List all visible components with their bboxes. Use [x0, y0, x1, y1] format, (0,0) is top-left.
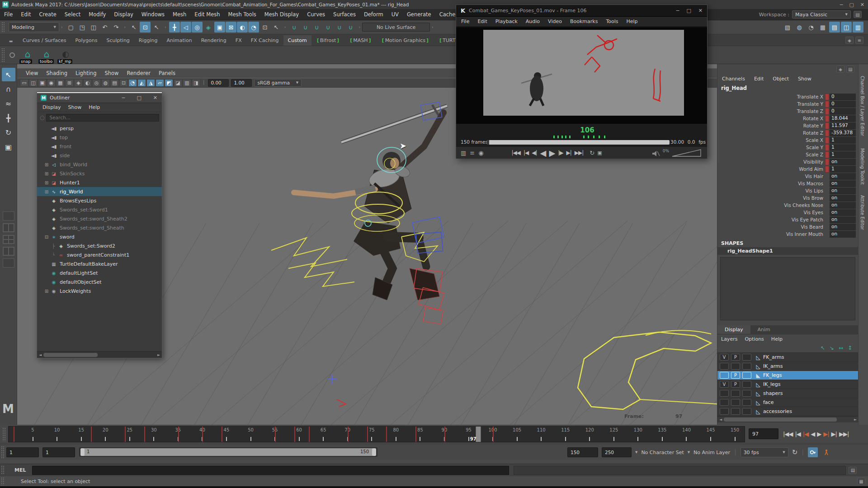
channel-value-field[interactable]: 11.597: [830, 122, 856, 129]
viewport-toolbar-icon-10[interactable]: ▤: [110, 79, 119, 87]
go-to-end-button[interactable]: ▶▶|: [839, 431, 849, 437]
menu-item-mesh[interactable]: Mesh: [169, 11, 190, 18]
menu-item-deform[interactable]: Deform: [360, 11, 387, 18]
auto-keyframe-toggle-icon[interactable]: [808, 447, 818, 457]
channel-value-field[interactable]: on: [830, 159, 856, 165]
menu-item-surfaces[interactable]: Surfaces: [329, 11, 360, 18]
outliner-item-swords-set-sword1[interactable]: ◈Swords_set:Sword1: [37, 205, 162, 214]
shelf-tab-polygons[interactable]: Polygons: [71, 35, 102, 46]
snap-to-grid-icon[interactable]: ╋: [169, 22, 180, 33]
empty-layer-icon[interactable]: ↔: [839, 345, 843, 351]
snap-help-icon[interactable]: ◔: [248, 22, 259, 33]
layer-visibility-toggle[interactable]: V: [720, 381, 729, 388]
layout-outliner-persp-button[interactable]: [3, 247, 14, 256]
range-slider-bar-inner[interactable]: 1 150: [80, 448, 376, 456]
menu-item-modify[interactable]: Modify: [85, 11, 110, 18]
outliner-item-rig-world[interactable]: ⊞∿rig_World: [37, 187, 162, 196]
outliner-item-swords-set-sword2[interactable]: ├◈Swords_set:Sword2: [37, 241, 162, 250]
layer-row-accessories[interactable]: ◺accessories: [717, 407, 859, 416]
outliner-item-turtledefaultbakelayer[interactable]: ▦TurtleDefaultBakeLayer: [37, 259, 162, 268]
menu-item-show[interactable]: Show: [65, 104, 85, 110]
menu-item-audio[interactable]: Audio: [522, 19, 544, 24]
layer-color-swatch[interactable]: [742, 381, 751, 388]
tab-attribute-editor[interactable]: Attribute Editor: [860, 195, 865, 230]
layer-playback-toggle[interactable]: [731, 399, 740, 406]
channel-value-field[interactable]: 1: [830, 151, 856, 158]
playback-progress-bar[interactable]: [487, 140, 670, 145]
menu-item-generate[interactable]: Generate: [403, 11, 435, 18]
range-end-handle[interactable]: [372, 448, 376, 456]
layer-row-shapers[interactable]: ◺shapers: [717, 389, 859, 398]
outliner-scrollbar[interactable]: ◄ ►: [37, 351, 162, 358]
shelf-collapse-icon[interactable]: ▬: [6, 39, 15, 43]
layer-playback-toggle[interactable]: P: [731, 354, 740, 361]
select-tool[interactable]: ↖: [2, 68, 15, 81]
shelf-tab-sculpting[interactable]: Sculpting: [102, 35, 134, 46]
range-start-handle[interactable]: [80, 448, 85, 456]
play-forward-button[interactable]: ▶: [549, 148, 555, 158]
outliner-item-top[interactable]: ◄▮top: [37, 133, 162, 142]
shelf-options-icon[interactable]: ≡: [855, 37, 863, 44]
lasso-tool[interactable]: ∩: [2, 82, 15, 96]
undo-icon[interactable]: ↶: [99, 22, 110, 33]
expand-toggle-icon[interactable]: ⊞: [43, 289, 50, 294]
shelf-item-kf-mp[interactable]: ◐kf_mp: [57, 47, 74, 63]
range-drag-handle[interactable]: [1, 446, 5, 459]
shelf-drag-handle[interactable]: [1, 48, 5, 62]
toolbar-collapse-icon[interactable]: ›: [124, 25, 126, 29]
outliner-item-browseyeslips[interactable]: ◈BrowsEyesLips: [37, 196, 162, 205]
maximize-window-icon[interactable]: □: [686, 8, 691, 14]
outliner-item-defaultobjectset[interactable]: ◉defaultObjectSet: [37, 277, 162, 286]
menu-item-windows[interactable]: Windows: [137, 11, 169, 18]
menu-item-shading[interactable]: Shading: [42, 70, 71, 76]
layer-visibility-toggle[interactable]: [720, 408, 729, 415]
toolbar-collapse-icon[interactable]: ›: [359, 25, 360, 29]
go-to-start-button[interactable]: |◀◀: [512, 150, 521, 156]
menu-item-playback[interactable]: Playback: [491, 19, 522, 24]
menu-item-bookmarks[interactable]: Bookmarks: [566, 19, 602, 24]
tab-modeling-toolkit[interactable]: Modeling Toolkit: [860, 148, 865, 185]
viewport-toolbar-icon-3[interactable]: ◉: [47, 79, 56, 87]
layer-row-face[interactable]: ◺face: [717, 398, 859, 407]
outliner-item-swords-set-sword-sheath2[interactable]: ◈Swords_set:sword_Sheath2: [37, 214, 162, 223]
layout-single-pane-button[interactable]: [3, 211, 14, 221]
layer-visibility-toggle[interactable]: V: [720, 354, 729, 361]
expand-toggle-icon[interactable]: ⊞: [43, 162, 50, 167]
outliner-item-defaultlightset[interactable]: ◉defaultLightSet: [37, 268, 162, 277]
menu-item-lighting[interactable]: Lighting: [71, 70, 100, 76]
step-forward-one-frame-button[interactable]: ▶|: [823, 431, 829, 437]
hypershade-icon[interactable]: ▦: [817, 22, 828, 33]
ipr-render-icon[interactable]: ◍: [794, 22, 805, 33]
viewport-toolbar-icon-9[interactable]: ◍: [101, 79, 110, 87]
channel-value-field[interactable]: 1: [830, 166, 856, 173]
viewport-toolbar-icon-1[interactable]: ◫: [29, 79, 38, 87]
shelf-tab-curves-surfaces[interactable]: Curves / Surfaces: [18, 35, 71, 46]
menu-item-edit[interactable]: Edit: [750, 76, 768, 82]
quick-help-icon[interactable]: ▦: [857, 478, 865, 485]
select-object-icon[interactable]: ⊡: [140, 22, 151, 33]
viewport-toolbar-icon-13[interactable]: ◭: [137, 79, 146, 87]
menu-item-panels[interactable]: Panels: [155, 70, 179, 76]
layer-visibility-toggle[interactable]: [720, 372, 729, 379]
output-connection-icon[interactable]: ∪: [300, 22, 311, 33]
play-backwards-button[interactable]: ◀: [811, 431, 815, 437]
gamma-field[interactable]: 1.00: [231, 79, 252, 87]
menu-item-help[interactable]: Help: [85, 104, 104, 110]
maximize-window-icon[interactable]: ▢: [849, 2, 854, 8]
channel-slider-mode-icon[interactable]: ◈: [836, 66, 844, 73]
toolbar-collapse-icon[interactable]: ›: [284, 25, 286, 29]
shape-node-name[interactable]: rig_HeadShape1: [717, 247, 858, 255]
shelf-menu-icon[interactable]: ◈: [845, 37, 854, 44]
channel-value-field[interactable]: on: [830, 173, 856, 180]
sidebar-toggle-icon[interactable]: ◫: [841, 22, 852, 33]
menu-item-display[interactable]: Display: [39, 104, 65, 110]
shelf-tab-rigging[interactable]: Rigging: [134, 35, 162, 46]
layer-color-swatch[interactable]: [742, 399, 751, 406]
animation-preferences-icon[interactable]: [821, 447, 831, 457]
tab-anim[interactable]: Anim: [750, 325, 778, 334]
layer-color-swatch[interactable]: [742, 390, 751, 397]
outliner-item-hunter1[interactable]: ⊞◪Hunter1: [37, 178, 162, 187]
playback-start-field[interactable]: 1: [42, 447, 75, 457]
command-drag-handle[interactable]: [1, 465, 5, 475]
scroll-left-icon[interactable]: ◄: [717, 418, 724, 422]
